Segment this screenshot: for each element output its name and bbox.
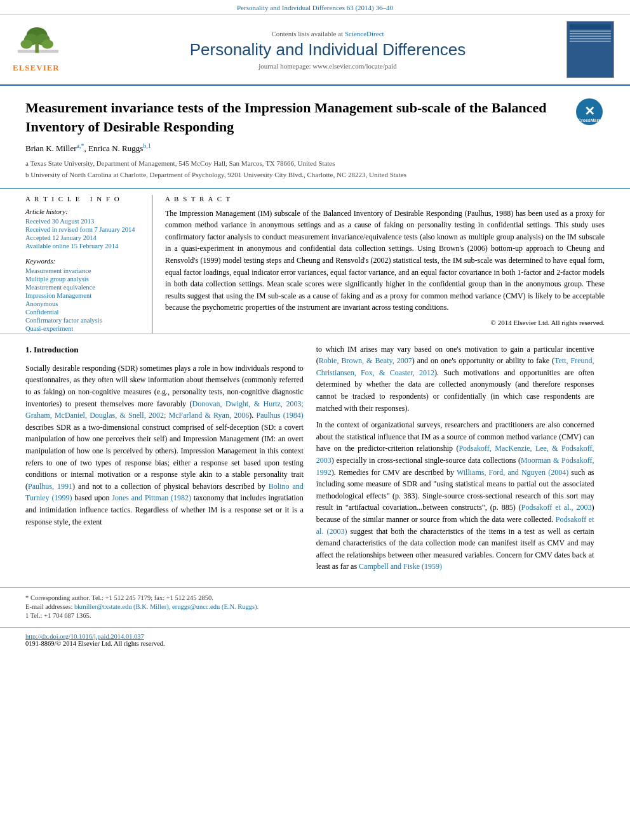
- intro-para1: Socially desirable responding (SDR) some…: [25, 363, 304, 528]
- journal-homepage: journal homepage: www.elsevier.com/locat…: [89, 62, 566, 70]
- footnote-corresponding: * Corresponding author. Tel.: +1 512 245…: [25, 594, 605, 601]
- history-label: Article history:: [25, 208, 139, 215]
- abstract-section: A B S T R A C T The Impression Managemen…: [152, 195, 605, 333]
- affiliation-b: b University of North Carolina at Charlo…: [25, 170, 605, 180]
- article-history: A R T I C L E I N F O Article history: R…: [25, 195, 139, 250]
- keyword-4: Impression Management: [25, 292, 139, 299]
- available-online-date: Available online 15 February 2014: [25, 243, 139, 250]
- svg-text:CrossMark: CrossMark: [578, 118, 601, 123]
- elsevier-tree-icon: [13, 27, 64, 62]
- svg-text:✕: ✕: [584, 104, 595, 118]
- affiliation-a: a Texas State University, Department of …: [25, 158, 605, 169]
- ref-jones[interactable]: Jones and Pittman (1982): [112, 493, 191, 502]
- abstract-heading: A B S T R A C T: [165, 195, 605, 203]
- journal-center-info: Contents lists available at ScienceDirec…: [89, 30, 566, 70]
- citation-text: Personality and Individual Differences 6…: [237, 4, 393, 11]
- authors-line: Brian K. Millera,*, Enrica N. Ruggsb,1: [25, 142, 605, 154]
- doi-section: http://dx.doi.org/10.1016/j.paid.2014.01…: [0, 627, 630, 652]
- footnote-email: E-mail addresses: bkmiller@txstate.edu (…: [25, 603, 605, 610]
- received-date: Received 30 August 2013: [25, 218, 139, 225]
- intro-para3: In the context of organizational surveys…: [316, 419, 594, 573]
- article-header: Measurement invariance tests of the Impr…: [0, 86, 630, 189]
- main-content: 1. Introduction Socially desirable respo…: [0, 334, 630, 587]
- keyword-1: Measurement invariance: [25, 267, 139, 274]
- affiliations: a Texas State University, Department of …: [25, 158, 605, 180]
- crossmark-badge[interactable]: ✕ CrossMark: [576, 98, 605, 127]
- section-title-text: Introduction: [34, 345, 79, 354]
- right-column: to which IM arises may vary based on one…: [316, 343, 594, 578]
- accepted-date: Accepted 12 January 2014: [25, 234, 139, 241]
- journal-citation: Personality and Individual Differences 6…: [0, 0, 630, 15]
- keyword-2: Multiple group analysis: [25, 276, 139, 283]
- footnote-note1: 1 Tel.: +1 704 687 1365.: [25, 612, 605, 619]
- journal-header: ELSEVIER Contents lists available at Sci…: [0, 15, 630, 86]
- journal-cover: [566, 21, 617, 78]
- cover-lines: [570, 30, 611, 75]
- doi-link[interactable]: http://dx.doi.org/10.1016/j.paid.2014.01…: [25, 633, 144, 640]
- affil-sup-b: b,1: [143, 142, 151, 149]
- keyword-7: Confirmatory factor analysis: [25, 317, 139, 324]
- left-column: 1. Introduction Socially desirable respo…: [25, 343, 304, 578]
- article-title-text: Measurement invariance tests of the Impr…: [25, 98, 566, 136]
- and-word: and: [417, 356, 428, 365]
- email-miller-link[interactable]: bkmiller@txstate.edu (B.K. Miller),: [74, 603, 170, 610]
- keywords-label: Keywords:: [25, 257, 139, 265]
- cover-stripe: [570, 24, 611, 29]
- sciencedirect-anchor[interactable]: ScienceDirect: [345, 30, 384, 37]
- email-ruggs-link[interactable]: eruggs@uncc.edu (E.N. Ruggs).: [172, 603, 258, 610]
- author-miller: Brian K. Miller: [25, 144, 77, 154]
- article-title-block: Measurement invariance tests of the Impr…: [25, 98, 605, 136]
- issn-text: 0191-8869/© 2014 Elsevier Ltd. All right…: [25, 640, 165, 647]
- article-body: A R T I C L E I N F O Article history: R…: [0, 189, 630, 334]
- ref-podsakoff2003b[interactable]: Podsakoff et al., 2003: [521, 503, 592, 512]
- ref-campbell[interactable]: Campbell and Fiske (1959): [359, 562, 442, 571]
- intro-para2: to which IM arises may vary based on one…: [316, 343, 594, 415]
- keyword-3: Measurement equivalence: [25, 284, 139, 291]
- svg-point-6: [42, 39, 53, 49]
- sciencedirect-link[interactable]: Contents lists available at ScienceDirec…: [89, 30, 566, 37]
- keyword-5: Anonymous: [25, 300, 139, 307]
- elsevier-wordmark: ELSEVIER: [13, 63, 60, 73]
- ref-williams[interactable]: Williams, Ford, and Nguyen (2004): [457, 468, 568, 477]
- ref-paulhus1991[interactable]: Paulhus, 1991: [28, 482, 72, 491]
- abstract-text: The Impression Management (IM) subscale …: [165, 208, 605, 314]
- keyword-8: Quasi-experiment: [25, 325, 139, 332]
- affil-sup-a: a,*: [77, 142, 84, 149]
- received-revised-date: Received in revised form 7 January 2014: [25, 226, 139, 233]
- crossmark-icon: ✕ CrossMark: [576, 98, 603, 125]
- copyright-notice: © 2014 Elsevier Ltd. All rights reserved…: [165, 319, 605, 331]
- elsevier-logo: ELSEVIER: [13, 27, 89, 73]
- footnotes: * Corresponding author. Tel.: +1 512 245…: [0, 587, 630, 627]
- keyword-6: Confidential: [25, 309, 139, 316]
- article-info-sidebar: A R T I C L E I N F O Article history: R…: [25, 195, 152, 333]
- ref-paulhus1984[interactable]: Paulhus (1984): [256, 411, 303, 420]
- section-title-intro: 1. Introduction: [25, 343, 304, 356]
- keywords-section: Keywords: Measurement invariance Multipl…: [25, 257, 139, 332]
- email-label: E-mail addresses:: [25, 603, 72, 610]
- journal-title: Personality and Individual Differences: [89, 40, 566, 60]
- author-ruggs: , Enrica N. Ruggs: [84, 144, 143, 154]
- svg-point-5: [21, 39, 32, 49]
- ref-podsakoff2003c[interactable]: Podsakoff et al. (2003): [316, 515, 594, 536]
- cover-image: [566, 21, 614, 78]
- corresponding-author-note: * Corresponding author. Tel.: +1 512 245…: [25, 594, 213, 601]
- article-info-heading: A R T I C L E I N F O: [25, 195, 139, 203]
- ref-robie[interactable]: Robie, Brown, & Beaty, 2007: [319, 356, 412, 365]
